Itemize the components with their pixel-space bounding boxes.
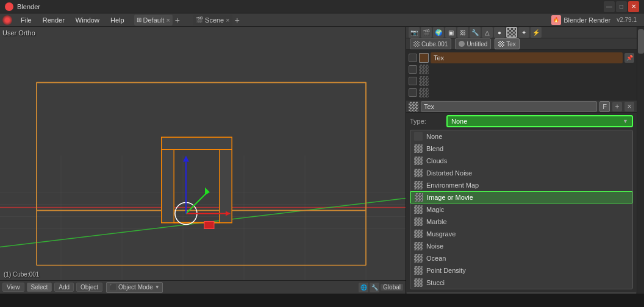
tex-slot-active[interactable]: Tex 📌	[409, 52, 634, 63]
dd-marble[interactable]: Marble	[410, 216, 632, 228]
dd-point-density[interactable]: Point Density	[410, 264, 632, 277]
untitled-label: Untitled	[467, 41, 487, 48]
properties-panel: 📷 🎬 🌍 ▣ ⛓ 🔧 △ ● ✦ ⚡ Cube.001	[406, 27, 637, 294]
cube001-btn[interactable]: Cube.001	[410, 38, 451, 49]
type-label: Type:	[410, 118, 446, 125]
titlebar: Blender — □ ✕	[0, 0, 644, 13]
workspace-close[interactable]: ×	[166, 16, 170, 24]
dd-magic-icon	[414, 205, 423, 214]
slot-check-3[interactable]	[409, 77, 417, 85]
menu-help[interactable]: Help	[106, 15, 129, 25]
dd-none[interactable]: None	[410, 130, 632, 143]
props-icon-world[interactable]: 🌍	[433, 27, 444, 38]
vp-select-btn[interactable]: Select	[27, 283, 52, 292]
scene-tab[interactable]: 🎬 Scene ×	[193, 15, 232, 26]
type-section: Type: None ▼ None Blend	[406, 113, 637, 292]
tex-slot-4[interactable]	[409, 87, 634, 98]
global-label[interactable]: Global	[381, 284, 403, 291]
dd-noise[interactable]: Noise	[410, 240, 632, 252]
props-icon-scene[interactable]: 🎬	[421, 27, 432, 38]
menu-render[interactable]: Render	[38, 15, 70, 25]
tex-name-input[interactable]: Tex	[421, 101, 597, 112]
viewport[interactable]: User Ortho	[0, 27, 406, 294]
slot-preview-4	[419, 88, 429, 97]
svg-rect-25	[162, 138, 174, 223]
props-icon-texture-active[interactable]	[506, 27, 517, 38]
dd-marble-label: Marble	[426, 218, 447, 225]
props-icon-constraints[interactable]: ⛓	[457, 27, 468, 38]
svg-rect-26	[220, 138, 232, 223]
slot-pin-1[interactable]: 📌	[624, 53, 634, 63]
vp-view-btn[interactable]: View	[2, 283, 24, 292]
props-icon-physics[interactable]: ⚡	[531, 27, 542, 38]
dd-distorted-noise[interactable]: Distorted Noise	[410, 167, 632, 179]
props-icon-material[interactable]: ●	[494, 27, 505, 38]
dd-image-or-movie-icon	[415, 193, 423, 202]
cube001-icon	[413, 41, 420, 47]
tex-slot-2[interactable]	[409, 64, 634, 75]
vp-object-btn[interactable]: Object	[76, 283, 102, 292]
workspace-tab[interactable]: ⊞ Default ×	[134, 15, 173, 26]
mode-icon: ⬛	[109, 284, 116, 291]
dd-noise-label: Noise	[426, 242, 443, 250]
tex-add-btn[interactable]: +	[612, 102, 622, 111]
tex-slot-3[interactable]	[409, 76, 634, 86]
props-icon-camera[interactable]: 📷	[409, 27, 420, 38]
viewport-toolbar: View Select Add Object ⬛ Object Mode ▼ 🌐…	[0, 280, 406, 294]
blender-menu-icon[interactable]	[2, 15, 12, 25]
dd-musgrave[interactable]: Musgrave	[410, 228, 632, 240]
props-icon-data[interactable]: △	[482, 27, 493, 38]
menu-window[interactable]: Window	[71, 15, 104, 25]
scrollbar-thumb[interactable]	[638, 29, 644, 54]
tex-name-row: Tex F + ×	[406, 101, 637, 113]
svg-rect-35	[204, 222, 214, 229]
dd-image-or-movie-label: Image or Movie	[427, 194, 473, 201]
viewport-header: User Ortho	[0, 27, 38, 39]
dd-image-or-movie[interactable]: Image or Movie	[410, 191, 632, 203]
dd-environment-map[interactable]: Environment Map	[410, 179, 632, 191]
props-icon-particles[interactable]: ✦	[518, 27, 529, 38]
right-scrollbar[interactable]	[637, 27, 644, 294]
props-icon-modifier[interactable]: 🔧	[470, 27, 481, 38]
dd-musgrave-icon	[414, 230, 423, 238]
mode-selector[interactable]: ⬛ Object Mode ▼	[106, 282, 163, 293]
mapping-section-header[interactable]: ▶ Mapping	[407, 293, 636, 294]
tex-close-btn[interactable]: ×	[624, 102, 634, 111]
f-badge[interactable]: F	[599, 101, 610, 112]
scene-add[interactable]: +	[235, 15, 240, 25]
maximize-button[interactable]: □	[616, 1, 627, 12]
titlebar-left: Blender	[5, 2, 40, 11]
dd-stucci[interactable]: Stucci	[410, 277, 632, 289]
dd-distorted-noise-label: Distorted Noise	[426, 169, 472, 177]
workspace-add[interactable]: +	[175, 15, 180, 25]
type-dropdown[interactable]: None ▼	[446, 115, 633, 127]
minimize-button[interactable]: —	[604, 1, 615, 12]
tex-ctx-btn[interactable]: Tex	[495, 38, 520, 49]
props-icon-object[interactable]: ▣	[445, 27, 456, 38]
vp-add-btn[interactable]: Add	[54, 283, 74, 292]
dd-magic[interactable]: Magic	[410, 203, 632, 216]
slot-check-1[interactable]	[409, 54, 417, 62]
dd-noise-icon	[414, 242, 423, 250]
slot-name-field-1[interactable]: Tex	[431, 52, 623, 63]
dd-blend[interactable]: Blend	[410, 143, 632, 155]
dd-ocean-icon	[414, 254, 423, 263]
slot-check-2[interactable]	[409, 65, 417, 74]
dd-clouds[interactable]: Clouds	[410, 155, 632, 167]
globe-icon[interactable]: 🌐	[359, 283, 368, 292]
close-button[interactable]: ✕	[628, 1, 639, 12]
type-row: Type: None ▼	[410, 115, 633, 127]
scene-close[interactable]: ×	[226, 16, 229, 24]
magnet-icon[interactable]: 🔧	[370, 283, 379, 292]
slot-check-4[interactable]	[409, 88, 417, 97]
workspace-name: Default	[143, 16, 165, 24]
dd-magic-label: Magic	[426, 206, 444, 213]
viewport-canvas	[0, 27, 406, 294]
slot-preview-3	[419, 76, 429, 86]
main-layout: User Ortho	[0, 27, 644, 294]
menu-file[interactable]: File	[16, 15, 37, 25]
object-label: (1) Cube:001	[4, 271, 39, 278]
untitled-btn[interactable]: Untitled	[455, 38, 491, 49]
dd-ocean[interactable]: Ocean	[410, 252, 632, 264]
dd-ocean-label: Ocean	[426, 255, 446, 262]
